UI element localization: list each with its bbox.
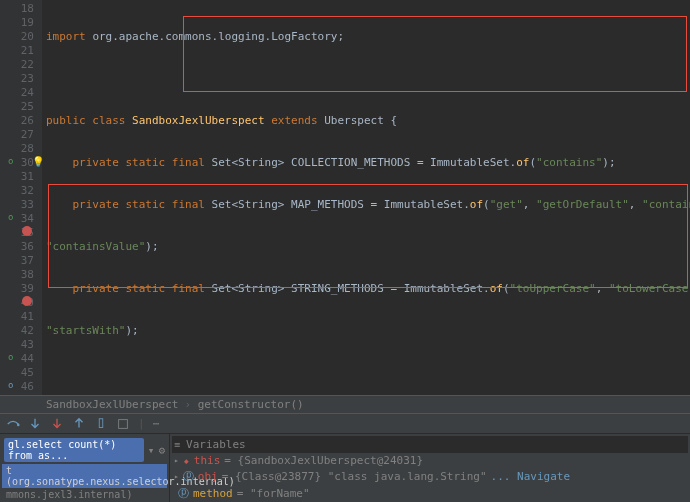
- code-line: import org.apache.commons.logging.LogFac…: [42, 30, 690, 44]
- debug-toolbar: | ⋯: [0, 414, 690, 434]
- variable-row[interactable]: ⓟ method = "forName": [172, 485, 688, 502]
- code-line: "startsWith");: [42, 324, 690, 338]
- svg-rect-2: [119, 419, 128, 428]
- lightbulb-icon[interactable]: 💡: [32, 156, 44, 167]
- breakpoint-icon[interactable]: [22, 226, 32, 236]
- chevron-down-icon[interactable]: ▾: [148, 444, 155, 457]
- stack-frame[interactable]: t (org.sonatype.nexus.selector.internal): [2, 464, 167, 488]
- variables-panel: ≡ Variables ▸⬥ this = {SandboxJexlUbersp…: [170, 434, 690, 502]
- variable-row[interactable]: ▸⬥ this = {SandboxJexlUberspect@24031}: [172, 453, 688, 468]
- code-line: private static final Set<String> STRING_…: [42, 282, 690, 296]
- debug-panel: | ⋯ gl.select count(*) from as... ▾ ⚙ t …: [0, 413, 690, 502]
- step-into-icon[interactable]: [28, 417, 42, 431]
- step-out-icon[interactable]: [72, 417, 86, 431]
- breadcrumb[interactable]: SandboxJexlUberspect › getConstructor(): [0, 395, 690, 413]
- stack-frame[interactable]: mmons.jexl3.internal): [2, 488, 167, 501]
- run-to-cursor-icon[interactable]: [94, 417, 108, 431]
- code-editor[interactable]: 1819202122232425262728303132333435363738…: [0, 0, 690, 395]
- filter-icon[interactable]: ⚙: [158, 444, 165, 457]
- code-area[interactable]: import org.apache.commons.logging.LogFac…: [42, 0, 690, 395]
- breakpoint-icon[interactable]: [22, 296, 32, 306]
- step-over-icon[interactable]: [6, 417, 20, 431]
- frames-panel: gl.select count(*) from as... ▾ ⚙ t (org…: [0, 434, 170, 502]
- evaluate-icon[interactable]: [116, 417, 130, 431]
- override-marker-icon[interactable]: o: [8, 156, 13, 166]
- line-gutter: 1819202122232425262728303132333435363738…: [0, 0, 42, 395]
- code-line: private static final Set<String> COLLECT…: [42, 156, 690, 170]
- variables-header: ≡ Variables: [172, 436, 688, 453]
- code-line: public class SandboxJexlUberspect extend…: [42, 114, 690, 128]
- force-step-into-icon[interactable]: [50, 417, 64, 431]
- frames-dropdown[interactable]: gl.select count(*) from as...: [4, 438, 144, 462]
- more-icon[interactable]: ⋯: [153, 417, 167, 431]
- svg-rect-1: [99, 418, 103, 427]
- override-marker-icon[interactable]: o: [8, 352, 13, 362]
- breadcrumb-method[interactable]: getConstructor(): [198, 398, 304, 411]
- override-marker-icon[interactable]: o: [8, 212, 13, 222]
- override-marker-icon[interactable]: o: [8, 380, 13, 390]
- breadcrumb-class[interactable]: SandboxJexlUberspect: [46, 398, 178, 411]
- code-line: private static final Set<String> MAP_MET…: [42, 198, 690, 212]
- svg-point-0: [17, 423, 20, 426]
- code-line: [42, 72, 690, 86]
- code-line: "containsValue");: [42, 240, 690, 254]
- code-line: [42, 366, 690, 380]
- variable-row[interactable]: ▸ⓟ obj = {Class@23877} "class java.lang.…: [172, 468, 688, 485]
